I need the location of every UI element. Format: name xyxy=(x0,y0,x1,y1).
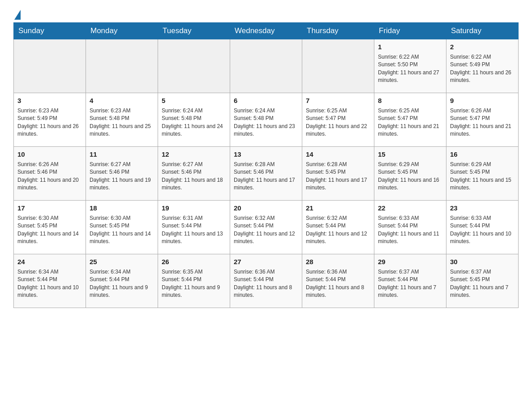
logo-triangle-icon xyxy=(14,10,21,20)
day-info: Sunrise: 6:22 AMSunset: 5:49 PMDaylight:… xyxy=(450,53,515,85)
day-number: 20 xyxy=(234,203,298,213)
calendar-cell: 7Sunrise: 6:25 AMSunset: 5:47 PMDaylight… xyxy=(302,93,374,147)
calendar-cell: 15Sunrise: 6:29 AMSunset: 5:45 PMDayligh… xyxy=(374,147,446,201)
calendar-cell xyxy=(158,39,230,93)
calendar-cell: 12Sunrise: 6:27 AMSunset: 5:46 PMDayligh… xyxy=(158,147,230,201)
day-info: Sunrise: 6:30 AMSunset: 5:45 PMDaylight:… xyxy=(90,214,154,246)
day-number: 21 xyxy=(306,203,370,213)
calendar-cell: 14Sunrise: 6:28 AMSunset: 5:45 PMDayligh… xyxy=(302,147,374,201)
calendar-cell: 5Sunrise: 6:24 AMSunset: 5:48 PMDaylight… xyxy=(158,93,230,147)
calendar-cell: 23Sunrise: 6:33 AMSunset: 5:44 PMDayligh… xyxy=(446,201,519,254)
day-info: Sunrise: 6:29 AMSunset: 5:45 PMDaylight:… xyxy=(450,161,515,192)
weekday-header-wednesday: Wednesday xyxy=(230,23,302,39)
weekday-header-tuesday: Tuesday xyxy=(158,23,230,39)
calendar-cell: 26Sunrise: 6:35 AMSunset: 5:44 PMDayligh… xyxy=(158,254,230,308)
weekday-header-row: SundayMondayTuesdayWednesdayThursdayFrid… xyxy=(14,23,519,39)
day-number: 6 xyxy=(234,96,298,106)
calendar-cell: 9Sunrise: 6:26 AMSunset: 5:47 PMDaylight… xyxy=(446,93,519,147)
day-number: 15 xyxy=(378,150,442,159)
day-number: 30 xyxy=(450,257,515,267)
day-number: 11 xyxy=(90,150,154,159)
calendar-cell: 13Sunrise: 6:28 AMSunset: 5:46 PMDayligh… xyxy=(230,147,302,201)
calendar-cell: 6Sunrise: 6:24 AMSunset: 5:48 PMDaylight… xyxy=(230,93,302,147)
day-number: 10 xyxy=(17,150,82,159)
weekday-header-thursday: Thursday xyxy=(302,23,374,39)
day-info: Sunrise: 6:28 AMSunset: 5:46 PMDaylight:… xyxy=(234,161,298,192)
calendar-week-row: 10Sunrise: 6:26 AMSunset: 5:46 PMDayligh… xyxy=(14,147,519,201)
calendar-cell: 20Sunrise: 6:32 AMSunset: 5:44 PMDayligh… xyxy=(230,201,302,254)
day-info: Sunrise: 6:33 AMSunset: 5:44 PMDaylight:… xyxy=(450,214,515,246)
day-info: Sunrise: 6:23 AMSunset: 5:48 PMDaylight:… xyxy=(90,107,154,138)
day-number: 24 xyxy=(17,257,82,267)
day-info: Sunrise: 6:22 AMSunset: 5:50 PMDaylight:… xyxy=(378,53,442,85)
day-info: Sunrise: 6:24 AMSunset: 5:48 PMDaylight:… xyxy=(234,107,298,138)
day-info: Sunrise: 6:34 AMSunset: 5:44 PMDaylight:… xyxy=(90,268,154,300)
day-number: 4 xyxy=(90,96,154,106)
calendar-cell: 17Sunrise: 6:30 AMSunset: 5:45 PMDayligh… xyxy=(14,201,86,254)
day-info: Sunrise: 6:34 AMSunset: 5:44 PMDaylight:… xyxy=(17,268,82,300)
day-info: Sunrise: 6:23 AMSunset: 5:49 PMDaylight:… xyxy=(17,107,82,138)
day-info: Sunrise: 6:24 AMSunset: 5:48 PMDaylight:… xyxy=(162,107,226,138)
calendar-cell: 22Sunrise: 6:33 AMSunset: 5:44 PMDayligh… xyxy=(374,201,446,254)
day-number: 26 xyxy=(162,257,226,267)
day-info: Sunrise: 6:25 AMSunset: 5:47 PMDaylight:… xyxy=(378,107,442,138)
calendar-cell: 2Sunrise: 6:22 AMSunset: 5:49 PMDaylight… xyxy=(446,39,519,93)
day-number: 9 xyxy=(450,96,515,106)
day-info: Sunrise: 6:29 AMSunset: 5:45 PMDaylight:… xyxy=(378,161,442,192)
day-number: 5 xyxy=(162,96,226,106)
day-number: 8 xyxy=(378,96,442,106)
calendar-cell: 10Sunrise: 6:26 AMSunset: 5:46 PMDayligh… xyxy=(14,147,86,201)
calendar-cell xyxy=(302,39,374,93)
weekday-header-saturday: Saturday xyxy=(446,23,519,39)
calendar-week-row: 24Sunrise: 6:34 AMSunset: 5:44 PMDayligh… xyxy=(14,254,519,308)
day-info: Sunrise: 6:32 AMSunset: 5:44 PMDaylight:… xyxy=(234,214,298,246)
logo xyxy=(13,9,21,18)
calendar-cell xyxy=(86,39,158,93)
day-info: Sunrise: 6:36 AMSunset: 5:44 PMDaylight:… xyxy=(306,268,370,300)
calendar-week-row: 3Sunrise: 6:23 AMSunset: 5:49 PMDaylight… xyxy=(14,93,519,147)
calendar-cell: 30Sunrise: 6:37 AMSunset: 5:45 PMDayligh… xyxy=(446,254,519,308)
day-number: 23 xyxy=(450,203,515,213)
weekday-header-monday: Monday xyxy=(86,23,158,39)
day-number: 1 xyxy=(378,42,442,52)
day-info: Sunrise: 6:27 AMSunset: 5:46 PMDaylight:… xyxy=(162,161,226,192)
calendar-cell: 3Sunrise: 6:23 AMSunset: 5:49 PMDaylight… xyxy=(14,93,86,147)
day-number: 19 xyxy=(162,203,226,213)
day-info: Sunrise: 6:26 AMSunset: 5:46 PMDaylight:… xyxy=(17,161,82,192)
day-number: 7 xyxy=(306,96,370,106)
day-number: 2 xyxy=(450,42,515,52)
day-info: Sunrise: 6:26 AMSunset: 5:47 PMDaylight:… xyxy=(450,107,515,138)
day-number: 17 xyxy=(17,203,82,213)
calendar-cell: 18Sunrise: 6:30 AMSunset: 5:45 PMDayligh… xyxy=(86,201,158,254)
calendar-cell: 29Sunrise: 6:37 AMSunset: 5:44 PMDayligh… xyxy=(374,254,446,308)
calendar-week-row: 17Sunrise: 6:30 AMSunset: 5:45 PMDayligh… xyxy=(14,201,519,254)
calendar-cell: 19Sunrise: 6:31 AMSunset: 5:44 PMDayligh… xyxy=(158,201,230,254)
day-number: 16 xyxy=(450,150,515,159)
calendar-cell: 24Sunrise: 6:34 AMSunset: 5:44 PMDayligh… xyxy=(14,254,86,308)
day-number: 25 xyxy=(90,257,154,267)
day-number: 14 xyxy=(306,150,370,159)
day-info: Sunrise: 6:36 AMSunset: 5:44 PMDaylight:… xyxy=(234,268,298,300)
day-info: Sunrise: 6:33 AMSunset: 5:44 PMDaylight:… xyxy=(378,214,442,246)
day-info: Sunrise: 6:25 AMSunset: 5:47 PMDaylight:… xyxy=(306,107,370,138)
day-number: 29 xyxy=(378,257,442,267)
calendar-cell xyxy=(14,39,86,93)
calendar-table: SundayMondayTuesdayWednesdayThursdayFrid… xyxy=(13,22,519,308)
calendar-cell: 1Sunrise: 6:22 AMSunset: 5:50 PMDaylight… xyxy=(374,39,446,93)
calendar-cell: 21Sunrise: 6:32 AMSunset: 5:44 PMDayligh… xyxy=(302,201,374,254)
weekday-header-sunday: Sunday xyxy=(14,23,86,39)
weekday-header-friday: Friday xyxy=(374,23,446,39)
day-number: 3 xyxy=(17,96,82,106)
day-number: 22 xyxy=(378,203,442,213)
day-info: Sunrise: 6:35 AMSunset: 5:44 PMDaylight:… xyxy=(162,268,226,300)
day-number: 28 xyxy=(306,257,370,267)
day-number: 18 xyxy=(90,203,154,213)
day-info: Sunrise: 6:32 AMSunset: 5:44 PMDaylight:… xyxy=(306,214,370,246)
page-header xyxy=(13,9,519,18)
calendar-cell: 28Sunrise: 6:36 AMSunset: 5:44 PMDayligh… xyxy=(302,254,374,308)
day-info: Sunrise: 6:27 AMSunset: 5:46 PMDaylight:… xyxy=(90,161,154,192)
day-info: Sunrise: 6:30 AMSunset: 5:45 PMDaylight:… xyxy=(17,214,82,246)
calendar-cell: 16Sunrise: 6:29 AMSunset: 5:45 PMDayligh… xyxy=(446,147,519,201)
calendar-cell xyxy=(230,39,302,93)
day-info: Sunrise: 6:37 AMSunset: 5:45 PMDaylight:… xyxy=(450,268,515,300)
